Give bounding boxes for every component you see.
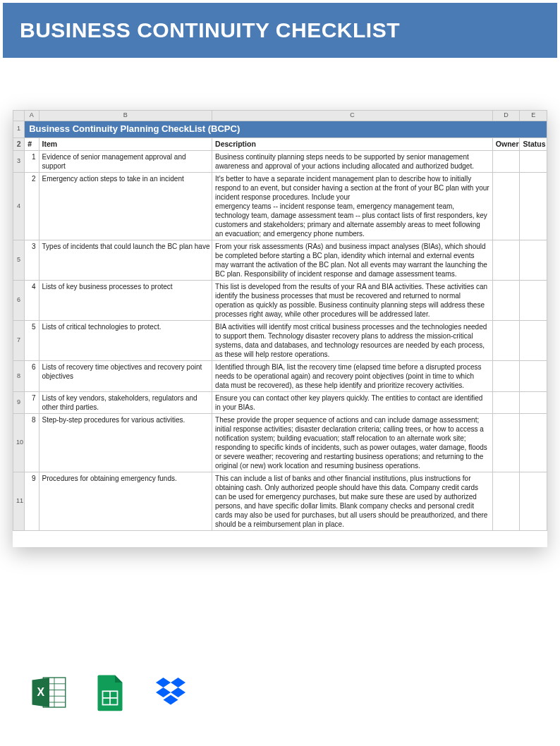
row-number: 3 [13, 151, 25, 173]
cell-desc: These provide the proper sequence of act… [212, 414, 493, 472]
cell-desc: This can include a list of banks and oth… [212, 472, 493, 531]
table-row: 53Types of incidents that could launch t… [13, 240, 547, 281]
table-row: 108Step-by-step procedures for various a… [13, 414, 547, 472]
dropbox-icon[interactable] [151, 673, 190, 715]
page-banner: BUSINESS CONTINUITY CHECKLIST [0, 0, 560, 61]
cell-owner [492, 392, 520, 414]
col-letter-b: B [39, 111, 212, 121]
cell-owner [492, 321, 520, 361]
cell-num: 3 [25, 240, 39, 281]
cell-status [520, 361, 547, 392]
google-sheets-icon[interactable] [90, 673, 130, 715]
row-number: 2 [13, 137, 25, 151]
cell-owner [492, 281, 520, 321]
cell-item: Step-by-step procedures for various acti… [39, 414, 212, 472]
cell-status [520, 414, 547, 472]
row-number: 5 [13, 240, 25, 281]
cell-desc: Business continuity planning steps needs… [212, 151, 493, 173]
checklist-table: A B C D E 1 Business Continuity Planning… [13, 110, 547, 531]
cell-desc: Ensure you can contact other key players… [212, 392, 493, 414]
cell-status [520, 151, 547, 173]
cell-status [520, 240, 547, 281]
cell-status [520, 392, 547, 414]
cell-item: Evidence of senior management approval a… [39, 151, 212, 173]
cell-desc: From your risk assessments (RAs) and bus… [212, 240, 493, 281]
row-number: 6 [13, 281, 25, 321]
row-number: 4 [13, 173, 25, 240]
cell-num: 7 [25, 392, 39, 414]
cell-item: Lists of recovery time objectives and re… [39, 361, 212, 392]
cell-status [520, 321, 547, 361]
column-headers-row: 2 # Item Description Owner Status [13, 137, 547, 151]
column-letters-row: A B C D E [13, 111, 547, 121]
spreadsheet-preview: A B C D E 1 Business Continuity Planning… [13, 110, 547, 547]
cell-desc: It's better to have a separate incident … [212, 173, 493, 240]
cell-num: 9 [25, 472, 39, 531]
cell-item: Emergency action steps to take in an inc… [39, 173, 212, 240]
page-title: BUSINESS CONTINUITY CHECKLIST [20, 18, 540, 42]
cell-owner [492, 414, 520, 472]
cell-item: Lists of key business processes to prote… [39, 281, 212, 321]
row-number: 10 [13, 414, 25, 472]
cell-desc: BIA activities will identify most critic… [212, 321, 493, 361]
cell-num: 1 [25, 151, 39, 173]
header-item: Item [39, 137, 212, 151]
header-desc: Description [212, 137, 493, 151]
row-number: 9 [13, 392, 25, 414]
row-number: 11 [13, 472, 25, 531]
cell-item: Procedures for obtaining emergency funds… [39, 472, 212, 531]
cell-owner [492, 151, 520, 173]
table-row: 42Emergency action steps to take in an i… [13, 173, 547, 240]
cell-status [520, 281, 547, 321]
cell-desc: This list is developed from the results … [212, 281, 493, 321]
export-icons: X [30, 673, 190, 715]
col-letter-c: C [212, 111, 493, 121]
cell-owner [492, 472, 520, 531]
table-row: 75Lists of critical technologies to prot… [13, 321, 547, 361]
excel-icon[interactable]: X [30, 673, 69, 715]
sheet-title-row: 1 Business Continuity Planning CheckList… [13, 121, 547, 137]
svg-text:X: X [37, 686, 44, 698]
col-letter-e: E [520, 111, 547, 121]
cell-num: 5 [25, 321, 39, 361]
cell-owner [492, 173, 520, 240]
cell-num: 8 [25, 414, 39, 472]
col-letter-a: A [25, 111, 39, 121]
cell-item: Lists of key vendors, stakeholders, regu… [39, 392, 212, 414]
header-status: Status [520, 137, 547, 151]
row-number: 7 [13, 321, 25, 361]
cell-item: Types of incidents that could launch the… [39, 240, 212, 281]
table-row: 64Lists of key business processes to pro… [13, 281, 547, 321]
cell-owner [492, 361, 520, 392]
row-number: 8 [13, 361, 25, 392]
cell-num: 2 [25, 173, 39, 240]
header-num: # [25, 137, 39, 151]
row-number: 1 [13, 121, 25, 137]
cell-num: 6 [25, 361, 39, 392]
header-owner: Owner [492, 137, 520, 151]
cell-num: 4 [25, 281, 39, 321]
cell-desc: Identified through BIA, list the recover… [212, 361, 493, 392]
table-row: 97Lists of key vendors, stakeholders, re… [13, 392, 547, 414]
table-row: 31Evidence of senior management approval… [13, 151, 547, 173]
cell-status [520, 472, 547, 531]
sheet-title: Business Continuity Planning CheckList (… [25, 121, 547, 137]
table-row: 86Lists of recovery time objectives and … [13, 361, 547, 392]
cell-item: Lists of critical technologies to protec… [39, 321, 212, 361]
cell-status [520, 173, 547, 240]
table-row: 119Procedures for obtaining emergency fu… [13, 472, 547, 531]
cell-owner [492, 240, 520, 281]
col-letter-d: D [492, 111, 520, 121]
corner-cell [13, 111, 25, 121]
